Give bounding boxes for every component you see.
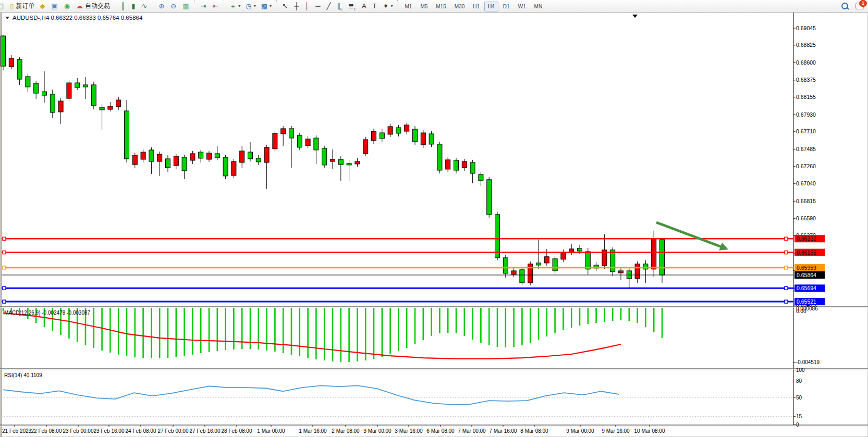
candle-body [553,259,557,271]
trendline-button[interactable]: ╱ [324,1,334,12]
support-line-1-handle-left[interactable] [3,286,6,290]
templates-button[interactable]: ▩▾ [259,1,274,12]
text-button[interactable]: A [360,1,370,12]
macd-panel: MACD(12,26,9) -0.002478 -0.0030870.00008… [3,306,820,365]
candle-body [248,152,253,159]
chevron-down-icon: ▾ [390,4,393,8]
auto-scroll-button[interactable]: ⇤ [210,1,221,12]
text-label-button[interactable]: T [371,1,380,12]
time-tick-label: 24 Feb 08:00 [126,428,156,434]
new-order-label: 新订单 [16,2,34,10]
down-trend-arrow[interactable] [656,222,722,247]
vline-button[interactable]: │ [303,1,312,12]
zoom-out-button[interactable]: ⊖ [168,1,179,12]
candle-body [388,127,393,134]
time-tick-label: 3 Mar 16:00 [395,428,423,434]
macd-label: MACD(12,26,9) -0.002478 -0.003087 [4,310,91,316]
candles-chart-button[interactable]: ▮ [129,1,138,12]
candle-body [17,59,22,79]
chart-shift-button[interactable]: ⇥ [198,1,209,12]
hline-button[interactable]: ─ [313,1,323,12]
price-lines-layer: 0.663320.661550.659590.658640.656940.655… [2,235,825,305]
candle-body [199,152,203,158]
toolbar-separator [115,0,116,8]
notification-badge: 1 [859,0,867,7]
new-order-button[interactable]: ▯新订单 [8,1,36,12]
chart-window[interactable]: 0.690450.688250.686000.683750.681550.679… [0,13,868,437]
market-watch-button[interactable]: ▣ [49,1,60,12]
time-tick-label: 10 Mar 08:00 [634,428,665,434]
candle-body [454,160,459,170]
chart-title-text: AUDUSD-,H4 0.66322 0.66333 0.65764 0.658… [13,15,143,21]
timeframe-h1[interactable]: H1 [469,2,483,11]
candle-body [42,92,47,95]
timeframe-m5[interactable]: M5 [417,2,431,11]
price-tick-label: 0.67260 [796,163,816,169]
support-line-2-handle-left[interactable] [3,300,6,303]
search-icon[interactable] [841,3,848,9]
new-chart-button[interactable]: ＋▾ [227,1,242,12]
candle-body [331,159,335,161]
candle-body [347,164,351,165]
timeframe-h4[interactable]: H4 [484,2,498,11]
toolbar-buttons: ▤▯新订单◆▣◉☁自动交易║▮∿⊕⊖▦⇥⇤＋▾◷▾▩▾↖┼│─╱∥E≣FAT✦▾ [0,0,400,12]
chart-shift-icon: ⇥ [200,3,206,9]
candle-body [585,252,590,269]
resistance-line-1-handle-right[interactable] [785,237,788,240]
toolbar-separator [153,0,154,8]
candle-body [610,250,615,272]
resistance-line-1-handle-left[interactable] [3,237,6,240]
timeframe-m1[interactable]: M1 [401,2,415,11]
autotrade-icon: ☁ [76,3,83,9]
resistance-line-2-handle-left[interactable] [3,251,6,254]
pivot-line-handle-left[interactable] [3,266,6,269]
timeframe-mn[interactable]: MN [531,2,546,11]
chevron-down-icon: ▾ [238,4,240,8]
gold-bars-button[interactable]: ◆ [38,1,48,12]
autotrade-button[interactable]: ☁自动交易 [74,1,112,12]
arrows-button[interactable]: ✦▾ [381,1,395,12]
candle-body [58,101,63,112]
candle-body [289,129,294,138]
tile-windows-button[interactable]: ▦ [180,1,192,12]
crosshair-button[interactable]: ┼ [292,1,302,12]
time-axis[interactable]: 21 Feb 202322 Feb 08:0023 Feb 00:0023 Fe… [2,425,665,434]
pivot-line-handle-right[interactable] [785,266,788,269]
candle-body [338,159,343,165]
fibonacci-button[interactable]: ≣F [346,1,359,12]
candle-body [83,85,88,87]
channel-button[interactable]: ∥E [335,1,345,12]
signals-button[interactable]: ◉ [62,1,73,12]
chart-frame [0,13,868,437]
macd-axis-min: -0.004519 [796,359,820,365]
candle-body [281,129,286,134]
support-line-2-handle-right[interactable] [785,300,788,303]
timeframe-d1[interactable]: D1 [499,2,514,11]
candle-body [429,134,434,144]
timeframe-m15[interactable]: M15 [432,2,449,11]
candle-body [182,157,187,171]
line-chart-button[interactable]: ∿ [139,1,150,12]
timeframe-m30[interactable]: M30 [451,2,468,11]
candle-body [619,271,624,273]
support-line-1-handle-right[interactable] [785,286,788,290]
resistance-line-2-handle-right[interactable] [785,251,788,254]
periods-button[interactable]: ◷▾ [243,1,258,12]
auto-scroll-icon: ⇤ [212,3,218,9]
candles-layer [1,35,665,288]
notifications-icon[interactable]: 1 [855,3,864,9]
candle-body [421,133,425,145]
zoom-in-button[interactable]: ⊕ [156,1,167,12]
bars-chart-button[interactable]: ║ [118,1,128,12]
price-tick-label: 0.67485 [796,146,816,152]
chart-window-clipped-button[interactable]: ▤ [0,1,7,12]
candle-body [75,83,80,88]
chart-dropdown-icon[interactable] [5,17,9,19]
candle-body [100,107,104,110]
candle-body [116,100,121,107]
pivot-line-badge-label: 0.65959 [797,265,816,271]
cursor-button[interactable]: ↖ [280,1,291,12]
timeframe-w1[interactable]: W1 [515,2,530,11]
candle-body [141,152,145,159]
bar-chart-icon: ║ [120,3,125,9]
